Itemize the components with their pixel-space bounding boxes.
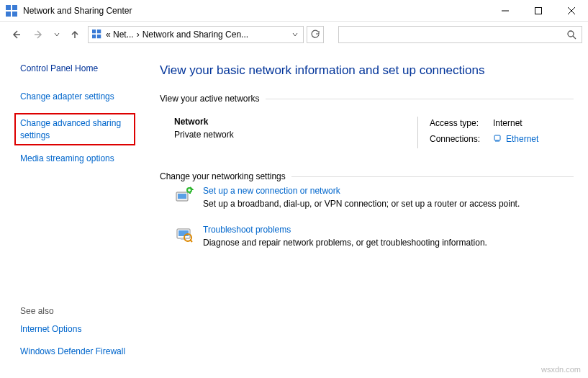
network-type: Private network	[174, 130, 406, 140]
media-streaming-link[interactable]: Media streaming options	[20, 153, 135, 165]
window-title: Network and Sharing Center	[23, 6, 489, 16]
sidebar: Control Panel Home Change adapter settin…	[0, 48, 144, 378]
main-panel: View your basic network information and …	[144, 48, 588, 378]
titlebar: Network and Sharing Center	[0, 0, 588, 22]
setup-connection-desc: Set up a broadband, dial-up, or VPN conn…	[203, 199, 520, 209]
troubleshoot-link[interactable]: Troubleshoot problems	[203, 225, 487, 235]
svg-rect-19	[178, 194, 186, 199]
svg-line-13	[573, 36, 576, 39]
recent-dropdown[interactable]	[52, 31, 62, 38]
maximize-button[interactable]	[522, 0, 555, 22]
troubleshoot-icon	[174, 225, 194, 245]
setup-connection-link[interactable]: Set up a new connection or network	[203, 186, 520, 196]
active-networks-legend: View your active networks	[160, 94, 266, 104]
svg-line-25	[190, 240, 192, 242]
ethernet-icon	[493, 134, 503, 144]
networking-settings-section: Change your networking settings Set up a…	[160, 171, 574, 259]
search-icon[interactable]	[566, 30, 577, 40]
access-type-label: Access type:	[430, 118, 493, 128]
see-also-label: See also	[20, 306, 135, 316]
setup-connection-icon	[174, 186, 194, 206]
watermark: wsxdn.com	[541, 365, 581, 374]
svg-rect-5	[535, 7, 542, 14]
network-name: Network	[174, 117, 406, 127]
control-panel-home-link[interactable]: Control Panel Home	[20, 63, 135, 73]
content-area: Control Panel Home Change adapter settin…	[0, 48, 588, 378]
connection-link[interactable]: Ethernet	[506, 134, 538, 144]
breadcrumb-part[interactable]: « Net...	[106, 30, 134, 40]
breadcrumb-sep: ›	[137, 30, 140, 40]
breadcrumb-part[interactable]: Network and Sharing Cen...	[143, 30, 248, 40]
svg-rect-2	[6, 12, 11, 17]
location-icon	[91, 29, 103, 40]
close-button[interactable]	[555, 0, 588, 22]
forward-button[interactable]	[29, 24, 49, 45]
access-type-value: Internet	[493, 118, 523, 128]
svg-rect-22	[178, 230, 189, 236]
svg-rect-10	[92, 35, 96, 38]
svg-rect-3	[12, 12, 17, 17]
change-settings-legend: Change your networking settings	[160, 171, 291, 181]
back-button[interactable]	[6, 24, 26, 45]
active-networks-section: View your active networks Network Privat…	[160, 94, 574, 156]
address-dropdown[interactable]	[290, 31, 300, 38]
address-bar[interactable]: « Net... › Network and Sharing Cen...	[88, 26, 304, 43]
app-icon	[6, 5, 17, 17]
svg-rect-14	[494, 135, 500, 140]
search-input[interactable]	[343, 30, 566, 40]
change-adapter-settings-link[interactable]: Change adapter settings	[20, 91, 135, 103]
svg-rect-9	[97, 30, 101, 33]
svg-rect-1	[12, 5, 17, 10]
svg-rect-0	[6, 5, 11, 10]
svg-rect-8	[92, 30, 96, 33]
refresh-button[interactable]	[307, 26, 324, 43]
divider	[417, 117, 418, 148]
minimize-button[interactable]	[489, 0, 522, 22]
page-title: View your basic network information and …	[160, 63, 574, 78]
nav-row: « Net... › Network and Sharing Cen...	[0, 22, 588, 48]
change-advanced-sharing-link[interactable]: Change advanced sharing settings	[14, 113, 135, 146]
troubleshoot-desc: Diagnose and repair network problems, or…	[203, 238, 487, 248]
internet-options-link[interactable]: Internet Options	[20, 323, 135, 336]
up-button[interactable]	[65, 24, 85, 45]
search-box[interactable]	[338, 26, 582, 43]
svg-rect-11	[97, 35, 101, 38]
connections-label: Connections:	[430, 134, 493, 144]
firewall-link[interactable]: Windows Defender Firewall	[20, 346, 135, 358]
svg-point-12	[568, 31, 574, 37]
